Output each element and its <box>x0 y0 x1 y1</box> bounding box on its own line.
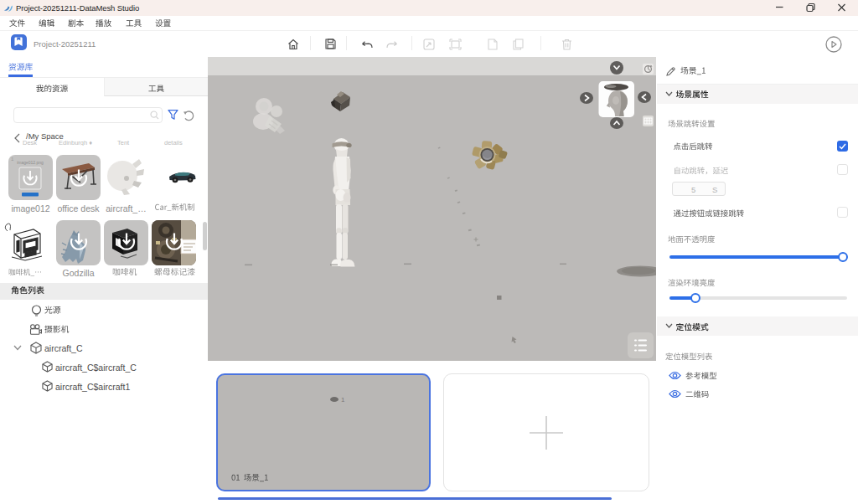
svg-text:1: 1 <box>11 157 14 162</box>
svg-text:image012.png: image012.png <box>17 160 44 165</box>
